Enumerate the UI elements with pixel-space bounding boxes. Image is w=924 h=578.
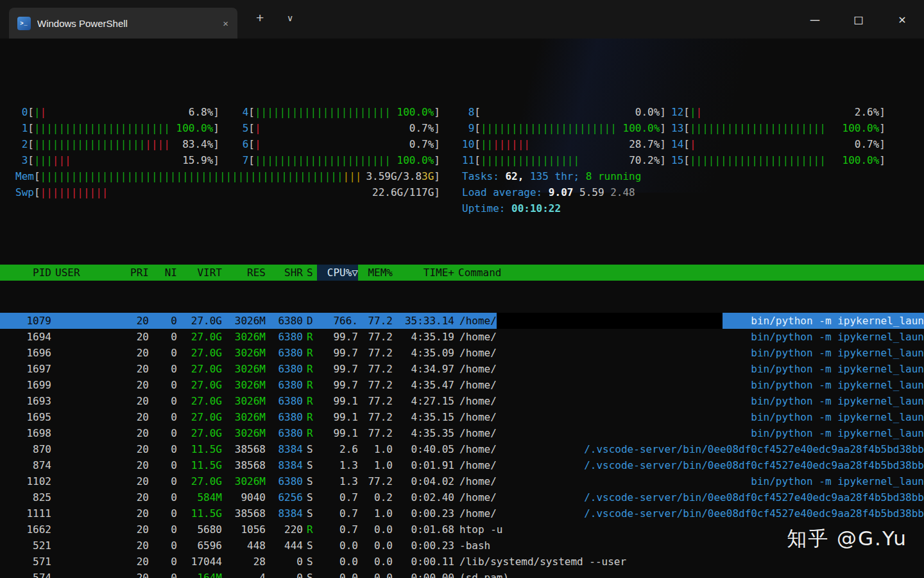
mem-meter: Mem[||||||||||||||||||||||||||||||||||||… xyxy=(15,168,440,184)
process-row-1693[interactable]: 169320027.0G3026M6380R99.177.24:27.15/ho… xyxy=(0,393,924,409)
process-row-521[interactable]: 5212006596448444S0.00.00:00.23-bash xyxy=(0,538,924,554)
cpu-meter-7: 7[||||||||||||||||||||||100.0%] xyxy=(236,152,440,168)
column-header-command[interactable]: Command xyxy=(454,265,924,281)
command-cell: /home/bin/python -m ipykernel_laun xyxy=(454,377,924,393)
column-header-pri[interactable]: PRI xyxy=(108,265,149,281)
column-header-ni[interactable]: NI xyxy=(149,265,177,281)
powershell-icon: >_ xyxy=(17,17,31,30)
cpu-meter-0: 0[||6.8%] xyxy=(15,104,219,120)
process-row-870[interactable]: 87020011.5G385688384S2.61.00:40.05/home/… xyxy=(0,441,924,457)
process-table-header: PIDUSERPRINIVIRTRESSHRSCPU%▽MEM%TIME+Com… xyxy=(0,265,924,281)
titlebar[interactable]: >_ Windows PowerShell × + ∨ — □ × xyxy=(0,0,924,39)
terminal-window: >_ Windows PowerShell × + ∨ — □ × 0[||6.… xyxy=(0,0,924,578)
command-cell: /home/bin/python -m ipykernel_laun xyxy=(454,361,924,377)
process-row-1696[interactable]: 169620027.0G3026M6380R99.777.24:35.09/ho… xyxy=(0,345,924,361)
load-average-line: Load average: 9.07 5.59 2.48 xyxy=(462,184,635,200)
terminal-content: 0[||6.8%]1[||||||||||||||||||||||100.0%]… xyxy=(0,39,924,578)
window-controls: — □ × xyxy=(793,0,924,39)
cpu-meter-11: 11[||||||||||||||||70.2%] xyxy=(462,152,666,168)
cpu-meter-5: 5[|0.7%] xyxy=(236,120,440,136)
column-header-s[interactable]: S xyxy=(303,265,317,281)
command-cell: /home//.vscode-server/bin/0ee08df0cf4527… xyxy=(454,505,924,521)
process-row-1079[interactable]: 107920027.0G3026M6380D766.77.235:33.14/h… xyxy=(0,313,924,329)
minimize-button[interactable]: — xyxy=(793,0,837,39)
command-cell: /home//.vscode-server/bin/0ee08df0cf4527… xyxy=(454,457,924,473)
command-cell: (sd-pam) xyxy=(454,570,924,578)
command-cell: /home//.vscode-server/bin/0ee08df0cf4527… xyxy=(454,441,924,457)
process-row-1699[interactable]: 169920027.0G3026M6380R99.777.24:35.47/ho… xyxy=(0,377,924,393)
column-header-time+[interactable]: TIME+ xyxy=(393,265,454,281)
process-row-1694[interactable]: 169420027.0G3026M6380R99.777.24:35.19/ho… xyxy=(0,329,924,345)
process-row-1662[interactable]: 166220056801056220R0.70.00:01.68htop -u xyxy=(0,521,924,538)
column-header-mem%[interactable]: MEM% xyxy=(358,265,393,281)
column-header-pid[interactable]: PID xyxy=(0,265,51,281)
new-tab-button[interactable]: + xyxy=(256,10,264,26)
column-header-user[interactable]: USER xyxy=(51,265,108,281)
swap-meter: Swp[|||||||||||22.6G/117G] xyxy=(15,184,440,200)
cpu-meter-10: 10[||||||||28.7%] xyxy=(462,136,666,152)
command-cell: htop -u xyxy=(454,521,924,538)
command-cell: /lib/systemd/systemd --user xyxy=(454,554,924,570)
tab-close-icon[interactable]: × xyxy=(223,18,228,29)
cpu-meter-14: 14[|0.7%] xyxy=(671,136,886,152)
process-row-874[interactable]: 87420011.5G385688384S1.31.00:01.91/home/… xyxy=(0,457,924,473)
maximize-button[interactable]: □ xyxy=(837,0,880,39)
uptime-line: Uptime: 00:10:22 xyxy=(462,200,561,216)
process-row-574[interactable]: 574200164M40S0.00.00:00.00(sd-pam) xyxy=(0,570,924,578)
command-cell: /home/bin/python -m ipykernel_laun xyxy=(454,329,924,345)
cpu-meter-13: 13[||||||||||||||||||||||100.0%] xyxy=(671,120,886,136)
column-header-cpu%[interactable]: CPU%▽ xyxy=(317,265,358,281)
cpu-meter-1: 1[||||||||||||||||||||||100.0%] xyxy=(15,120,219,136)
column-header-virt[interactable]: VIRT xyxy=(177,265,222,281)
command-cell: /home/bin/python -m ipykernel_laun xyxy=(454,393,924,409)
column-header-res[interactable]: RES xyxy=(222,265,266,281)
redaction-box xyxy=(497,313,723,329)
cpu-meter-3: 3[||||||15.9%] xyxy=(15,152,219,168)
tab-windows-powershell[interactable]: >_ Windows PowerShell × xyxy=(9,8,237,39)
close-button[interactable]: × xyxy=(880,0,924,39)
cpu-meter-2: 2[||||||||||||||||||||||83.4%] xyxy=(15,136,219,152)
process-table: 107920027.0G3026M6380D766.77.235:33.14/h… xyxy=(0,313,924,578)
tasks-line: Tasks: 62, 135 thr; 8 running xyxy=(462,168,641,184)
process-row-1698[interactable]: 169820027.0G3026M6380R99.177.24:35.35/ho… xyxy=(0,425,924,441)
cpu-meter-4: 4[||||||||||||||||||||||100.0%] xyxy=(236,104,440,120)
tab-dropdown-icon[interactable]: ∨ xyxy=(287,13,293,23)
command-cell: /home/bin/python -m ipykernel_laun xyxy=(454,409,924,425)
column-header-shr[interactable]: SHR xyxy=(266,265,303,281)
cpu-meter-6: 6[|0.7%] xyxy=(236,136,440,152)
process-row-571[interactable]: 57120017044280S0.00.00:00.11/lib/systemd… xyxy=(0,554,924,570)
process-row-1102[interactable]: 110220027.0G3026M6380S1.377.20:04.02/hom… xyxy=(0,473,924,489)
htop-meters: 0[||6.8%]1[||||||||||||||||||||||100.0%]… xyxy=(0,87,924,232)
cpu-meter-12: 12[||2.6%] xyxy=(671,104,886,120)
process-row-1695[interactable]: 169520027.0G3026M6380R99.177.24:35.15/ho… xyxy=(0,409,924,425)
command-cell: /home/bin/python -m ipykernel_laun xyxy=(454,425,924,441)
tab-title: Windows PowerShell xyxy=(37,18,223,29)
cpu-meter-8: 8[0.0%] xyxy=(462,104,666,120)
process-row-1111[interactable]: 111120011.5G385688384S0.71.00:00.23/home… xyxy=(0,505,924,521)
command-cell: /home/bin/python -m ipykernel_laun xyxy=(454,473,924,489)
command-cell: /home/bin/python -m ipykernel_laun xyxy=(454,345,924,361)
cpu-meter-15: 15[||||||||||||||||||||||100.0%] xyxy=(671,152,886,168)
command-cell: /home/bin/python -m ipykernel_laun xyxy=(454,313,924,329)
process-row-825[interactable]: 825200584M90406256S0.70.20:02.40/home//.… xyxy=(0,489,924,505)
command-cell: -bash xyxy=(454,538,924,554)
process-row-1697[interactable]: 169720027.0G3026M6380R99.777.24:34.97/ho… xyxy=(0,361,924,377)
cpu-meter-9: 9[||||||||||||||||||||||100.0%] xyxy=(462,120,666,136)
command-cell: /home//.vscode-server/bin/0ee08df0cf4527… xyxy=(454,489,924,505)
